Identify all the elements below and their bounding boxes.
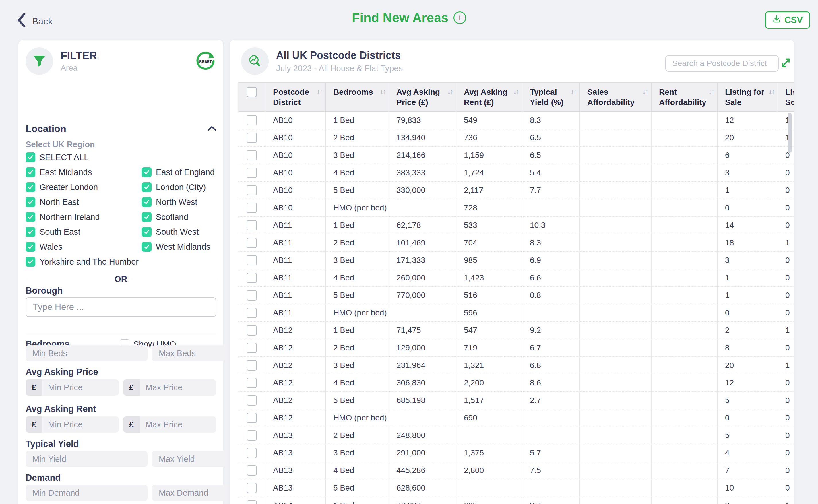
csv-download-button[interactable]: CSV [765, 11, 810, 29]
row-checkbox[interactable] [247, 220, 257, 230]
row-checkbox[interactable] [247, 115, 257, 125]
region-checkbox-item[interactable]: North West [142, 197, 216, 207]
region-checkbox-item[interactable]: Scotland [142, 212, 216, 222]
row-checkbox[interactable] [247, 168, 257, 178]
sort-icon[interactable]: ↓↑ [447, 87, 453, 96]
row-checkbox[interactable] [247, 360, 257, 371]
row-checkbox[interactable] [247, 483, 257, 493]
region-checkbox-item[interactable]: North East [26, 197, 142, 207]
region-checkbox-item[interactable]: Wales [26, 242, 142, 252]
region-label: SELECT ALL [40, 153, 88, 162]
region-checkbox-item[interactable]: London (City) [142, 182, 216, 192]
row-checkbox[interactable] [247, 150, 257, 160]
vertical-scrollbar[interactable] [788, 113, 792, 153]
column-header-sales-affordability[interactable]: Sales Affordability↓↑ [580, 83, 652, 111]
checkbox-checked-icon[interactable] [26, 182, 35, 192]
max-rent-input[interactable] [140, 416, 216, 433]
cell-rent-affordability [652, 497, 718, 504]
column-header-bedrooms[interactable]: Bedrooms↓↑ [326, 83, 389, 111]
region-checkbox-item[interactable]: West Midlands [142, 242, 216, 252]
row-checkbox[interactable] [247, 448, 257, 458]
expand-icon[interactable] [780, 57, 792, 69]
row-checkbox[interactable] [247, 185, 257, 195]
row-checkbox[interactable] [247, 133, 257, 143]
borough-label: Borough [26, 286, 63, 296]
checkbox-checked-icon[interactable] [142, 227, 152, 237]
column-header-typical-yield[interactable]: Typical Yield (%)↓↑ [522, 83, 580, 111]
sort-icon[interactable]: ↓↑ [317, 87, 322, 96]
cell-avg-asking-price: 231,964 [389, 357, 456, 374]
min-beds-input[interactable] [26, 345, 148, 361]
sort-icon[interactable]: ↓↑ [708, 87, 714, 96]
row-checkbox[interactable] [247, 378, 257, 388]
info-icon[interactable]: i [453, 11, 466, 24]
checkbox-checked-icon[interactable] [26, 152, 35, 162]
region-checkbox-item[interactable]: East of England [142, 167, 216, 177]
checkbox-checked-icon[interactable] [142, 197, 152, 207]
cell-avg-asking-rent: 605 [456, 497, 522, 504]
checkbox-checked-icon[interactable] [26, 257, 35, 267]
checkbox-checked-icon[interactable] [26, 212, 35, 222]
region-checkbox-item[interactable]: East Midlands [26, 167, 142, 177]
cell-listing-for-sale: 20 [718, 357, 778, 374]
row-checkbox[interactable] [247, 430, 257, 441]
row-checkbox[interactable] [247, 290, 257, 301]
cell-listing-for-sale: 0 [718, 199, 778, 216]
row-checkbox[interactable] [247, 203, 257, 213]
row-checkbox[interactable] [247, 500, 257, 504]
checkbox-checked-icon[interactable] [142, 212, 152, 222]
column-header-listing-for-sale[interactable]: Listing for Sale↓↑ [718, 83, 778, 111]
row-checkbox[interactable] [247, 273, 257, 283]
checkbox-checked-icon[interactable] [26, 167, 35, 177]
region-checkbox-item[interactable]: Northern Ireland [26, 212, 142, 222]
chevron-up-icon[interactable] [208, 126, 216, 132]
borough-input[interactable] [26, 297, 216, 317]
checkbox-checked-icon[interactable] [142, 182, 152, 192]
column-header-rent-affordability[interactable]: Rent Affordability↓↑ [652, 83, 718, 111]
min-yield-input[interactable] [26, 451, 148, 467]
filter-title: FILTER [61, 50, 97, 62]
page-title: Find New Areas [352, 10, 448, 25]
column-header-avg-asking-price[interactable]: Avg Asking Price (£)↓↑ [389, 83, 456, 111]
region-checkbox-item[interactable]: SELECT ALL [26, 152, 142, 162]
row-checkbox[interactable] [247, 343, 257, 353]
sort-icon[interactable]: ↓↑ [571, 87, 576, 96]
region-checkbox-item[interactable]: South West [142, 227, 216, 237]
min-demand-input[interactable] [26, 485, 148, 501]
checkbox-checked-icon[interactable] [142, 167, 152, 177]
header-checkbox[interactable] [247, 87, 257, 97]
column-header-avg-asking-rent[interactable]: Avg Asking Rent (£)↓↑ [456, 83, 522, 111]
cell-bedrooms: 2 Bed [326, 339, 389, 356]
reset-button[interactable]: RESET [195, 50, 216, 73]
cell-sales-affordability [580, 392, 652, 409]
postcode-search-input[interactable] [665, 55, 779, 72]
checkbox-checked-icon[interactable] [142, 242, 152, 252]
row-checkbox[interactable] [247, 255, 257, 265]
cell-typical-yield: 6.7 [522, 339, 580, 356]
sort-icon[interactable]: ↓↑ [380, 87, 385, 96]
row-checkbox[interactable] [247, 238, 257, 248]
row-checkbox[interactable] [247, 465, 257, 476]
sort-icon[interactable]: ↓↑ [642, 87, 648, 96]
row-checkbox[interactable] [247, 413, 257, 423]
location-section-header[interactable]: Location [26, 123, 216, 134]
sort-icon[interactable]: ↓↑ [513, 87, 519, 96]
row-checkbox[interactable] [247, 395, 257, 406]
checkbox-checked-icon[interactable] [26, 242, 35, 252]
checkbox-checked-icon[interactable] [26, 227, 35, 237]
column-header-listings-sold[interactable]: Listings Sold↓↑ [778, 83, 794, 111]
min-rent-input[interactable] [42, 416, 119, 433]
region-label: South East [40, 227, 80, 237]
region-checkbox-item[interactable]: Yorkshire and The Humber [26, 257, 142, 267]
region-checkbox-item[interactable]: Greater London [26, 182, 142, 192]
column-header-postcode-district[interactable]: Postcode District↓↑ [265, 83, 326, 111]
table-body: AB101 Bed79,8335498.3121AB102 Bed134,940… [238, 112, 794, 504]
max-price-input[interactable] [140, 379, 216, 396]
cell-postcode-district: AB10 [265, 199, 326, 216]
sort-icon[interactable]: ↓↑ [769, 87, 774, 96]
region-checkbox-item[interactable]: South East [26, 227, 142, 237]
checkbox-checked-icon[interactable] [26, 197, 35, 207]
row-checkbox[interactable] [247, 325, 257, 336]
row-checkbox[interactable] [247, 308, 257, 318]
min-price-input[interactable] [42, 379, 119, 396]
